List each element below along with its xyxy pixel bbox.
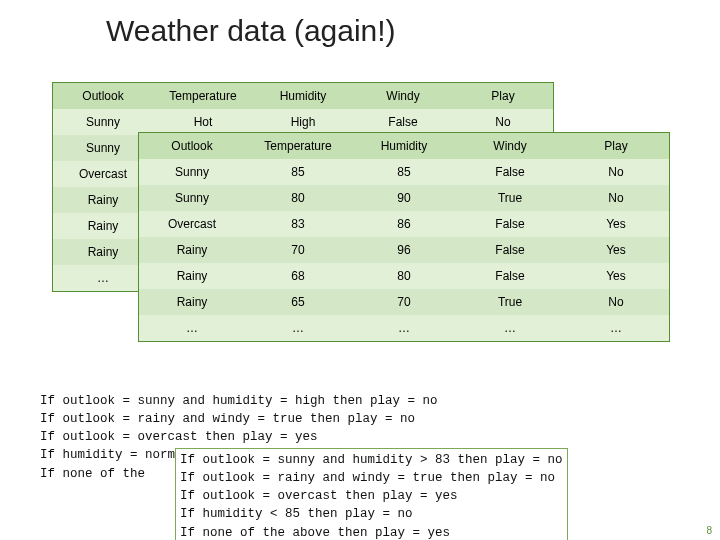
cell: 65 bbox=[245, 289, 351, 315]
cell: 85 bbox=[245, 159, 351, 185]
cell: Yes bbox=[563, 263, 669, 289]
rule-line: If outlook = sunny and humidity > 83 the… bbox=[180, 453, 563, 467]
cell: 70 bbox=[351, 289, 457, 315]
cell: 70 bbox=[245, 237, 351, 263]
page-title: Weather data (again!) bbox=[106, 14, 396, 48]
cell: … bbox=[351, 315, 457, 341]
col-play: Play bbox=[563, 133, 669, 159]
rules-numeric: If outlook = sunny and humidity > 83 the… bbox=[175, 448, 568, 540]
cell: Overcast bbox=[139, 211, 245, 237]
rule-line: If outlook = overcast then play = yes bbox=[180, 489, 458, 503]
cell: No bbox=[563, 159, 669, 185]
col-windy: Windy bbox=[457, 133, 563, 159]
cell: … bbox=[139, 315, 245, 341]
table-row: … … … … … bbox=[139, 315, 669, 341]
table-row: Rainy 68 80 False Yes bbox=[139, 263, 669, 289]
cell: … bbox=[457, 315, 563, 341]
cell: Rainy bbox=[139, 237, 245, 263]
rule-line: If outlook = rainy and windy = true then… bbox=[180, 471, 555, 485]
rule-line: If none of the above then play = yes bbox=[180, 526, 450, 540]
cell: 80 bbox=[351, 263, 457, 289]
col-humidity: Humidity bbox=[351, 133, 457, 159]
rule-line: If outlook = rainy and windy = true then… bbox=[40, 412, 415, 426]
cell: 68 bbox=[245, 263, 351, 289]
cell: False bbox=[457, 263, 563, 289]
rule-line: If humidity < 85 then play = no bbox=[180, 507, 413, 521]
cell: Sunny bbox=[139, 185, 245, 211]
cell: Rainy bbox=[139, 289, 245, 315]
table-row: Sunny 80 90 True No bbox=[139, 185, 669, 211]
cell: 96 bbox=[351, 237, 457, 263]
cell: True bbox=[457, 185, 563, 211]
cell: No bbox=[563, 289, 669, 315]
table-row: Rainy 65 70 True No bbox=[139, 289, 669, 315]
cell: Sunny bbox=[139, 159, 245, 185]
cell: Rainy bbox=[139, 263, 245, 289]
col-windy: Windy bbox=[353, 83, 453, 109]
table-row: Overcast 83 86 False Yes bbox=[139, 211, 669, 237]
cell: False bbox=[457, 237, 563, 263]
rule-line: If outlook = overcast then play = yes bbox=[40, 430, 318, 444]
cell: 85 bbox=[351, 159, 457, 185]
table-row: Rainy 70 96 False Yes bbox=[139, 237, 669, 263]
cell: False bbox=[457, 159, 563, 185]
table-row: Sunny 85 85 False No bbox=[139, 159, 669, 185]
cell: True bbox=[457, 289, 563, 315]
rule-line: If none of the bbox=[40, 467, 145, 481]
cell: 90 bbox=[351, 185, 457, 211]
cell: 86 bbox=[351, 211, 457, 237]
cell: No bbox=[563, 185, 669, 211]
cell: … bbox=[245, 315, 351, 341]
col-humidity: Humidity bbox=[253, 83, 353, 109]
cell: 80 bbox=[245, 185, 351, 211]
table-header-row: Outlook Temperature Humidity Windy Play bbox=[53, 83, 553, 109]
weather-table-numeric: Outlook Temperature Humidity Windy Play … bbox=[138, 132, 670, 342]
cell: Yes bbox=[563, 237, 669, 263]
page-number: 8 bbox=[706, 525, 712, 536]
cell: False bbox=[457, 211, 563, 237]
col-temperature: Temperature bbox=[153, 83, 253, 109]
cell: Yes bbox=[563, 211, 669, 237]
rule-line: If outlook = sunny and humidity = high t… bbox=[40, 394, 438, 408]
cell: … bbox=[563, 315, 669, 341]
cell: 83 bbox=[245, 211, 351, 237]
col-outlook: Outlook bbox=[53, 83, 153, 109]
table-header-row: Outlook Temperature Humidity Windy Play bbox=[139, 133, 669, 159]
col-temperature: Temperature bbox=[245, 133, 351, 159]
col-outlook: Outlook bbox=[139, 133, 245, 159]
col-play: Play bbox=[453, 83, 553, 109]
